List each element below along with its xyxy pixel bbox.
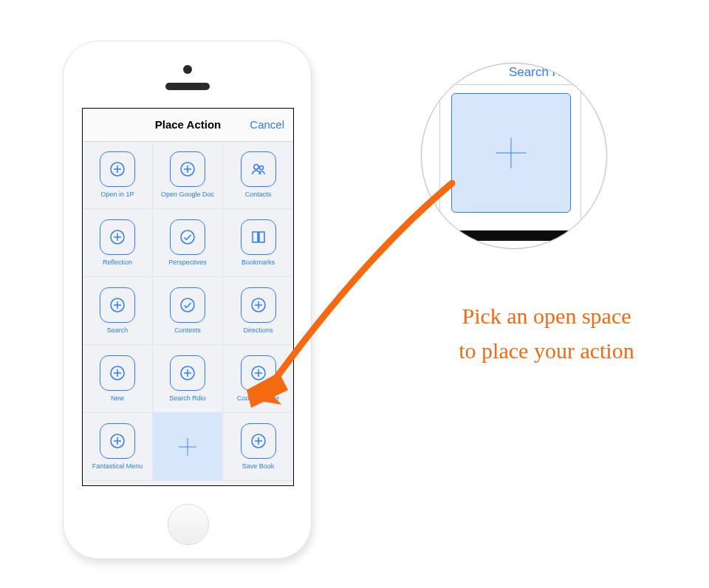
tile-open-google-doc[interactable]: Open Google Doc <box>153 141 223 209</box>
plus-icon <box>170 151 205 187</box>
tile-contacts[interactable]: Contacts <box>223 141 293 209</box>
lens-gridline <box>439 84 440 225</box>
tile-perspectives[interactable]: Perspectives <box>153 209 223 277</box>
svg-point-16 <box>181 298 194 312</box>
plus-icon <box>100 219 135 255</box>
plus-icon <box>100 355 135 391</box>
phone-screen: Place Action Cancel Open in 1P Open Goog… <box>82 108 294 486</box>
tile-search-rdio[interactable]: Search Rdio <box>153 345 223 413</box>
check-icon <box>170 287 205 323</box>
tile-search[interactable]: Search <box>83 277 153 345</box>
tile-label: Search Rdio <box>169 395 206 403</box>
plus-icon <box>154 416 221 477</box>
tile-contexts[interactable]: Contexts <box>153 277 223 345</box>
lens-left-letter: u <box>428 211 434 224</box>
tile-open-in-1p[interactable]: Open in 1P <box>83 141 153 209</box>
magnifier-lens: Search Rdio u <box>421 63 607 249</box>
home-button[interactable] <box>168 504 209 545</box>
caption-line-2: to place your action <box>414 334 679 369</box>
tile-label: Bookmarks <box>242 259 275 267</box>
plus-icon <box>100 423 135 459</box>
tile-directions[interactable]: Directions <box>223 277 293 345</box>
tile-label: New <box>111 395 124 403</box>
plus-icon <box>490 132 532 174</box>
plus-icon <box>170 355 205 391</box>
tile-save-book[interactable]: Save Book <box>223 413 293 481</box>
tile-label: Open in 1P <box>100 191 134 199</box>
lens-gridline <box>422 84 606 85</box>
navbar: Place Action Cancel <box>83 109 293 142</box>
svg-point-11 <box>181 230 194 244</box>
tile-label: Open Google Doc <box>161 191 214 199</box>
contacts-icon <box>241 151 276 187</box>
lens-top-label: Search Rdio <box>509 65 578 80</box>
phone-earpiece <box>165 83 210 90</box>
tile-label: Fantastical Menu <box>92 463 143 471</box>
tile-label: Contexts <box>174 327 201 335</box>
phone-device: Place Action Cancel Open in 1P Open Goog… <box>63 41 312 559</box>
svg-point-6 <box>253 164 258 168</box>
plus-icon <box>241 423 276 459</box>
tile-label: Perspectives <box>168 259 207 267</box>
plus-icon <box>100 151 135 187</box>
book-icon <box>241 219 276 255</box>
phone-camera <box>183 65 192 74</box>
caption-line-1: Pick an open space <box>414 299 679 334</box>
tile-label: Search <box>107 327 129 335</box>
tile-reflection[interactable]: Reflection <box>83 209 153 277</box>
tile-label: Code Scanner <box>237 395 280 403</box>
lens-bottom-bar <box>422 230 606 241</box>
tile-label: Save Book <box>242 463 275 471</box>
plus-icon <box>100 287 135 323</box>
svg-point-7 <box>259 165 263 169</box>
tile-label: Contacts <box>245 191 272 199</box>
tile-fantastical-menu[interactable]: Fantastical Menu <box>83 413 153 481</box>
tile-code-scanner[interactable]: Code Scanner <box>223 345 293 413</box>
lens-empty-slot <box>451 93 571 213</box>
plus-icon <box>241 355 276 391</box>
tile-new[interactable]: New <box>83 345 153 413</box>
tile-label: Directions <box>243 327 273 335</box>
tile-bookmarks[interactable]: Bookmarks <box>223 209 293 277</box>
lens-gridline <box>580 84 581 225</box>
check-icon <box>170 219 205 255</box>
annotation-caption: Pick an open space to place your action <box>414 299 679 368</box>
tile-label: Reflection <box>103 259 132 267</box>
cancel-button[interactable]: Cancel <box>250 109 284 141</box>
action-grid: Open in 1P Open Google Doc Contacts Refl… <box>83 141 293 485</box>
plus-icon <box>241 287 276 323</box>
empty-slot[interactable] <box>153 413 223 481</box>
